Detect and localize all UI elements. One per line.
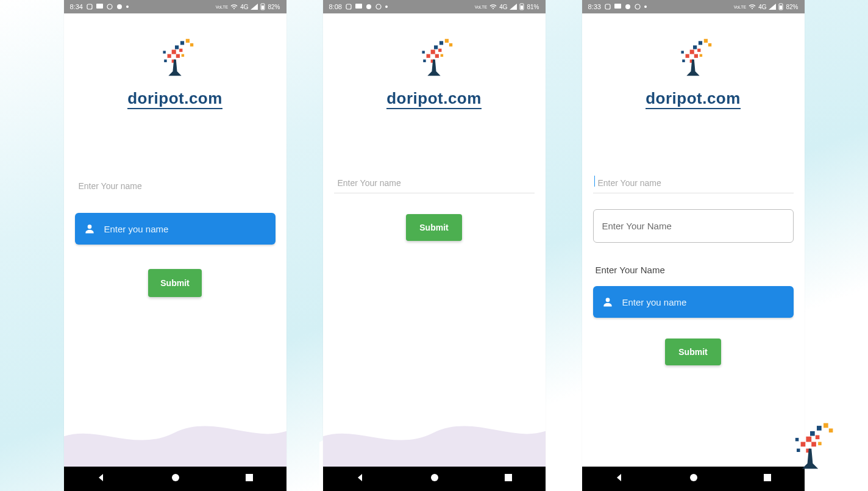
android-nav-bar <box>64 467 286 491</box>
svg-rect-15 <box>176 54 180 58</box>
svg-rect-22 <box>246 474 253 481</box>
message-icon <box>96 4 103 10</box>
status-bar: 8:34 VoLTE 4G 82% <box>64 0 286 13</box>
back-button[interactable] <box>614 473 624 485</box>
sync-icon <box>346 4 352 10</box>
svg-point-21 <box>172 474 179 481</box>
svg-rect-74 <box>801 442 806 447</box>
svg-rect-16 <box>182 54 184 57</box>
svg-point-20 <box>87 224 91 229</box>
svg-point-25 <box>366 4 371 9</box>
battery-icon <box>778 3 783 10</box>
signal-icon <box>251 4 258 10</box>
circle-icon <box>107 4 113 10</box>
status-time: 8:33 <box>588 3 601 10</box>
network-label: 4G <box>499 4 507 10</box>
svg-rect-56 <box>693 45 697 49</box>
phone-screen-3: 8:33 VoLTE 4G 82% <box>582 0 805 491</box>
svg-point-66 <box>690 474 697 481</box>
name-input-underline[interactable] <box>334 173 535 193</box>
status-bar: 8:33 VoLTE 4G 82% <box>582 0 805 13</box>
svg-rect-52 <box>780 5 782 9</box>
svg-rect-42 <box>423 60 425 62</box>
svg-point-27 <box>385 5 388 8</box>
phone-screen-2: 8:08 VoLTE 4G 81% <box>323 0 546 491</box>
svg-rect-33 <box>449 43 452 46</box>
svg-rect-12 <box>179 49 182 52</box>
tree-icon <box>777 421 844 482</box>
svg-rect-57 <box>697 49 700 52</box>
svg-rect-73 <box>806 437 811 442</box>
dot-icon <box>126 5 129 8</box>
battery-icon <box>260 3 265 10</box>
submit-button[interactable]: Submit <box>665 339 720 365</box>
svg-rect-0 <box>87 4 92 9</box>
name-input-underline[interactable] <box>75 176 276 196</box>
svg-rect-7 <box>261 5 264 9</box>
svg-rect-38 <box>435 54 439 58</box>
svg-rect-40 <box>422 51 424 53</box>
name-input-underline[interactable] <box>593 173 794 193</box>
back-button[interactable] <box>355 473 365 485</box>
svg-rect-31 <box>439 41 443 45</box>
svg-rect-79 <box>797 449 800 453</box>
svg-rect-68 <box>817 426 822 431</box>
name-input-filled[interactable]: Enter you name <box>593 286 794 318</box>
svg-point-5 <box>233 8 235 9</box>
svg-rect-55 <box>708 43 711 46</box>
status-time: 8:34 <box>70 3 83 10</box>
sync-icon <box>87 4 93 10</box>
home-button[interactable] <box>430 473 439 485</box>
wifi-icon <box>230 4 238 10</box>
svg-rect-19 <box>164 60 166 62</box>
home-button[interactable] <box>171 473 180 485</box>
circle-icon <box>635 4 641 10</box>
submit-button[interactable]: Submit <box>148 269 201 297</box>
gear-icon <box>366 4 372 10</box>
app-logo: doripot.com <box>127 38 222 109</box>
svg-rect-70 <box>829 429 833 433</box>
recent-button[interactable] <box>245 473 254 484</box>
app-logo: doripot.com <box>386 38 482 109</box>
svg-rect-46 <box>614 4 621 9</box>
content-wave <box>64 412 286 467</box>
svg-rect-76 <box>818 442 822 446</box>
wifi-icon <box>749 4 756 10</box>
svg-rect-1 <box>96 4 103 9</box>
svg-point-49 <box>644 5 647 8</box>
name-input-outlined[interactable] <box>593 209 794 243</box>
dot-icon <box>644 5 647 8</box>
svg-rect-13 <box>172 50 176 54</box>
app-content: doripot.com Enter you name Submit <box>64 13 286 467</box>
network-label: 4G <box>758 4 766 10</box>
svg-rect-75 <box>811 442 816 447</box>
sync-icon <box>605 4 611 10</box>
submit-button[interactable]: Submit <box>406 214 461 241</box>
battery-icon <box>519 3 524 10</box>
tree-icon <box>407 38 461 87</box>
svg-rect-10 <box>190 43 193 46</box>
svg-rect-72 <box>816 435 820 440</box>
recent-button[interactable] <box>763 473 772 484</box>
status-bar: 8:08 VoLTE 4G 81% <box>323 0 546 13</box>
svg-rect-71 <box>810 431 815 436</box>
svg-point-26 <box>376 4 381 9</box>
svg-rect-37 <box>427 54 430 58</box>
gear-icon <box>116 4 123 10</box>
name-input-filled[interactable]: Enter you name <box>75 213 276 245</box>
status-time: 8:08 <box>329 3 342 10</box>
back-button[interactable] <box>96 473 106 485</box>
phone-screen-1: 8:34 VoLTE 4G 82% <box>64 0 286 491</box>
svg-point-47 <box>625 4 630 9</box>
svg-rect-60 <box>694 54 698 58</box>
svg-rect-77 <box>795 438 799 442</box>
wifi-icon <box>489 4 497 10</box>
battery-label: 82% <box>268 4 280 10</box>
recent-button[interactable] <box>504 473 513 484</box>
home-button[interactable] <box>689 473 699 485</box>
svg-point-50 <box>752 8 753 9</box>
svg-rect-23 <box>346 4 351 9</box>
svg-rect-53 <box>699 41 702 45</box>
svg-rect-17 <box>163 51 165 53</box>
svg-point-65 <box>605 298 610 302</box>
